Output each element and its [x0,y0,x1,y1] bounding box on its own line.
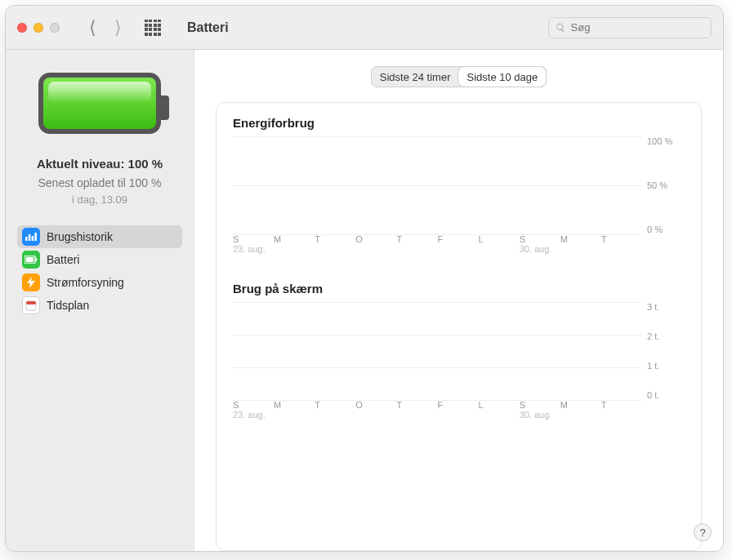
sidebar-item-usage-history[interactable]: Brugshistorik [17,225,182,248]
chart-x-dates: 23. aug.30. aug. [233,410,642,420]
segment-24h[interactable]: Sidste 24 timer [372,67,459,87]
chart-y-axis: 100 %50 %0 % [647,136,685,234]
back-button[interactable]: ⟨ [89,17,96,38]
all-prefs-button[interactable] [145,20,161,36]
svg-rect-3 [34,233,37,241]
chart-x-ticks: SMTOTFLSMT [233,234,642,244]
forward-button: ⟩ [114,17,122,38]
preferences-window: ⟨ ⟩ Batteri Aktuelt niveau: 100 % Senest… [5,5,724,552]
chart-y-axis: 3 t.2 t.1 t.0 t. [647,302,685,400]
svg-rect-2 [32,236,34,241]
fullscreen-window-button [50,23,60,33]
nav-arrows: ⟨ ⟩ [89,17,122,38]
titlebar: ⟨ ⟩ Batteri [6,6,723,50]
sidebar-item-power-adapter[interactable]: Strømforsyning [17,271,182,294]
time-range-segmented: Sidste 24 timer Sidste 10 dage [371,66,547,87]
chart-plot-area [233,302,642,400]
sidebar-item-schedule[interactable]: Tidsplan [17,294,182,317]
sidebar-item-battery[interactable]: Batteri [17,248,182,271]
sidebar-item-label: Brugshistorik [47,230,113,243]
svg-rect-8 [26,301,36,304]
sidebar: Aktuelt niveau: 100 % Senest opladet til… [6,50,194,551]
sidebar-item-label: Strømforsyning [47,276,124,289]
window-controls [17,23,60,33]
search-input[interactable] [571,21,704,33]
search-field[interactable] [548,17,712,38]
charts-card: Energiforbrug 100 %50 %0 % SMTOTFLSMT 23… [216,102,702,551]
chart-x-ticks: SMTOTFLSMT [233,400,642,410]
usage-history-icon [22,228,40,246]
main-panel: Sidste 24 timer Sidste 10 dage Energifor… [194,50,723,551]
help-button[interactable]: ? [694,523,712,541]
window-title: Batteri [187,20,229,35]
calendar-icon [22,296,40,314]
chart-x-dates: 23. aug.30. aug. [233,244,642,254]
svg-rect-0 [25,237,28,241]
svg-rect-5 [26,257,33,262]
svg-rect-1 [29,234,31,241]
battery-icon [38,73,161,134]
sidebar-item-label: Batteri [47,253,79,266]
minimize-window-button[interactable] [33,23,43,33]
chart-title: Energiforbrug [233,116,685,130]
close-window-button[interactable] [17,23,27,33]
battery-charged-label: Senest opladet til 100 % [38,176,162,190]
screen-chart: Brug på skærm 3 t.2 t.1 t.0 t. SMTOTFLSM… [233,282,685,424]
svg-rect-6 [36,258,38,261]
search-icon [556,22,566,33]
sidebar-item-label: Tidsplan [47,299,89,312]
segment-10d[interactable]: Sidste 10 dage [458,67,546,87]
battery-nav-icon [22,251,40,269]
battery-timestamp: i dag, 13.09 [72,193,127,206]
chart-title: Brug på skærm [233,282,685,296]
sidebar-nav: Brugshistorik Batteri Strømforsyning [17,225,182,317]
chart-plot-area [233,136,642,234]
power-icon [22,273,40,291]
battery-level-label: Aktuelt niveau: 100 % [37,157,163,171]
energy-chart: Energiforbrug 100 %50 %0 % SMTOTFLSMT 23… [233,116,685,259]
